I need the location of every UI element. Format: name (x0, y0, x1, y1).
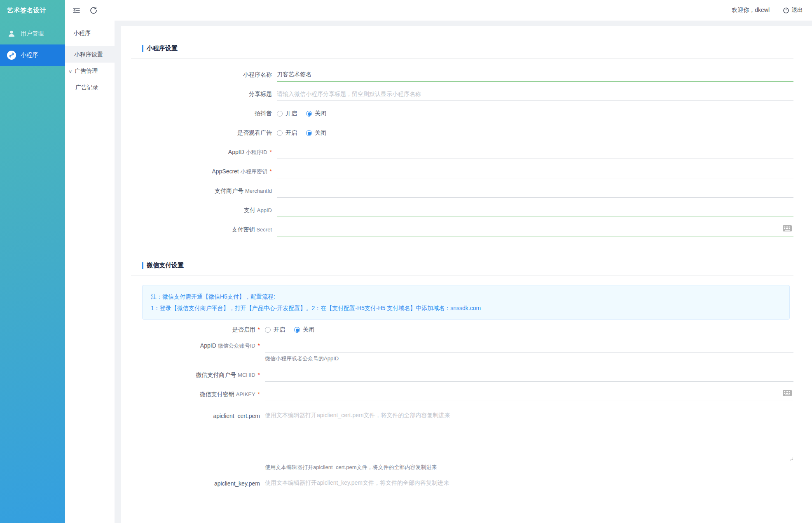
admin-screen: 艺术签名设计 用户管理 小程序 (0, 0, 812, 523)
field-pay-appid: 支付 AppID (131, 203, 793, 217)
field-wx-appid: AppID 微信公众账号ID * 微信小程序或者公众号的AppID (131, 339, 793, 362)
section-accent-bar (142, 262, 143, 269)
section-accent-bar (142, 45, 143, 52)
settings-card: 小程序设置 小程序名称 分享标题 拍抖音 (121, 26, 812, 523)
pay-enabled-off-radio[interactable]: 关闭 (294, 326, 314, 334)
section-title: 小程序设置 (147, 44, 178, 52)
field-apiclient-cert: apiclient_cert.pem 使用文本编辑器打开apiclient_ce… (131, 409, 793, 471)
radio-circle-icon (294, 327, 300, 333)
watch-ad-off-radio[interactable]: 关闭 (306, 129, 326, 137)
radio-circle-icon (306, 130, 312, 136)
wx-appid-help: 微信小程序或者公众号的AppID (265, 355, 793, 362)
section-title: 微信支付设置 (147, 262, 184, 269)
wechat-pay-note: 注：微信支付需开通【微信H5支付】，配置流程: 1：登录【微信支付商户平台】，打… (142, 285, 790, 320)
field-mchid: 微信支付商户号 MCHID * (131, 368, 793, 382)
required-asterisk: * (270, 168, 272, 175)
wechat-pay-form: 是否启用 * 开启 关闭 (131, 323, 793, 523)
pay-appid-input[interactable] (277, 203, 793, 217)
radio-circle-icon (277, 111, 283, 117)
miniprogram-icon (6, 50, 17, 61)
welcome-text: 欢迎你，dkewl (732, 7, 770, 14)
required-asterisk: * (258, 391, 260, 397)
douyin-on-radio[interactable]: 开启 (277, 110, 297, 117)
mchid-input[interactable] (265, 368, 793, 382)
sidebar-menu: 用户管理 小程序 (0, 23, 65, 66)
radio-circle-icon (277, 130, 283, 136)
field-watch-ad: 是否观看广告 开启 关闭 (131, 126, 793, 140)
refresh-icon[interactable] (89, 6, 98, 15)
merchant-id-input[interactable] (277, 184, 793, 198)
apiclient-cert-help: 使用文本编辑器打开apiclient_cert.pem文件，将文件的全部内容复制… (265, 464, 793, 471)
required-asterisk: * (258, 342, 260, 349)
appid-input[interactable] (277, 145, 793, 159)
field-pay-secret: 支付密钥 Secret (131, 223, 793, 236)
field-share-title: 分享标题 (131, 87, 793, 101)
watch-ad-on-radio[interactable]: 开启 (277, 129, 297, 137)
required-asterisk: * (270, 149, 272, 155)
content-area: 小程序设置 小程序名称 分享标题 拍抖音 (115, 21, 812, 523)
pay-secret-input[interactable] (277, 223, 793, 236)
keyboard-icon[interactable] (783, 390, 792, 398)
wx-appid-input[interactable] (265, 339, 793, 353)
field-merchant-id: 支付商户号 MerchantId (131, 184, 793, 198)
submenu-item-ad-management[interactable]: ∨ 广告管理 (65, 63, 115, 79)
field-apikey: 微信支付密钥 APIKEY * (131, 388, 793, 401)
appsecret-input[interactable] (277, 165, 793, 178)
field-appsecret: AppSecret 小程序密钥 * (131, 165, 793, 178)
sidebar-item-label: 小程序 (21, 51, 38, 59)
logout-button[interactable]: 退出 (783, 7, 803, 14)
topbar-right: 欢迎你，dkewl 退出 (732, 7, 812, 14)
field-apiclient-key: apiclient_key.pem (131, 477, 793, 523)
miniprogram-name-input[interactable] (277, 68, 793, 82)
section-header-wechat-pay-settings: 微信支付设置 (142, 242, 793, 269)
keyboard-icon[interactable] (783, 225, 792, 233)
note-line-1: 注：微信支付需开通【微信H5支付】，配置流程: (151, 291, 781, 302)
note-line-2: 1：登录【微信支付商户平台】，打开【产品中心-开发配置】。2：在【支付配置-H5… (151, 302, 781, 314)
required-asterisk: * (258, 371, 260, 378)
section-divider (131, 276, 793, 276)
share-title-input[interactable] (277, 87, 793, 101)
sidebar-item-users[interactable]: 用户管理 (0, 23, 65, 44)
radio-circle-icon (306, 111, 312, 117)
logout-label: 退出 (791, 7, 803, 14)
user-icon (6, 28, 17, 39)
pay-enabled-on-radio[interactable]: 开启 (265, 326, 285, 334)
menu-fold-icon[interactable] (72, 6, 81, 15)
submenu-item-ad-records[interactable]: 广告记录 (65, 80, 115, 95)
field-pay-enabled: 是否启用 * 开启 关闭 (131, 323, 793, 336)
chevron-down-icon: ∨ (68, 64, 73, 79)
radio-circle-icon (265, 327, 271, 333)
apikey-input[interactable] (265, 388, 793, 401)
sidebar-item-miniprogram[interactable]: 小程序 (0, 44, 65, 66)
submenu-item-miniprogram-settings[interactable]: 小程序设置 (65, 46, 115, 63)
app-logo: 艺术签名设计 (0, 0, 65, 21)
field-appid: AppID 小程序ID * (131, 145, 793, 159)
field-miniprogram-name: 小程序名称 (131, 68, 793, 82)
sidebar: 艺术签名设计 用户管理 小程序 (0, 0, 65, 523)
required-asterisk: * (258, 326, 260, 333)
douyin-off-radio[interactable]: 关闭 (306, 110, 326, 117)
sidebar-item-label: 用户管理 (21, 30, 44, 37)
submenu: 小程序 小程序设置 ∨ 广告管理 广告记录 (65, 21, 115, 523)
power-icon (783, 7, 789, 14)
apiclient-cert-textarea[interactable] (265, 409, 793, 461)
section-divider (131, 58, 793, 59)
miniprogram-settings-form: 小程序名称 分享标题 拍抖音 (131, 68, 793, 236)
submenu-item-miniprogram[interactable]: 小程序 (65, 26, 115, 40)
section-header-miniprogram-settings: 小程序设置 (142, 26, 793, 52)
topbar: 欢迎你，dkewl 退出 (65, 0, 812, 21)
field-douyin: 拍抖音 开启 关闭 (131, 107, 793, 120)
apiclient-key-textarea[interactable] (265, 477, 793, 523)
